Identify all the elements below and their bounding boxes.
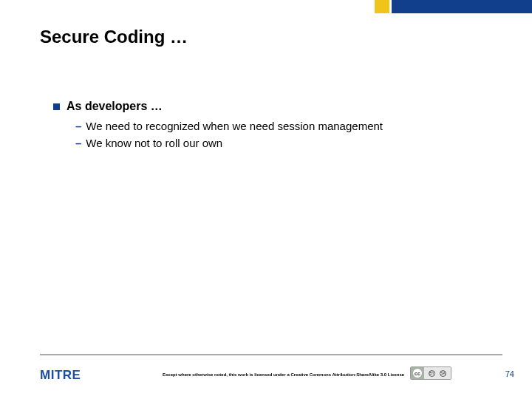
- footer-divider: [40, 354, 502, 355]
- sub-bullet-text: We need to recognized when we need sessi…: [86, 119, 383, 134]
- header-accent-bar: [375, 0, 532, 13]
- cc-by-icon: BY: [429, 370, 435, 377]
- slide-content: As developers … – We need to recognized …: [53, 100, 502, 152]
- creative-commons-badge: cc BY SA: [410, 366, 451, 380]
- main-bullet-text: As developers …: [66, 100, 163, 113]
- cc-terms-icon: BY SA: [424, 367, 451, 379]
- accent-yellow-segment: [375, 0, 389, 13]
- bullet-main: As developers …: [53, 100, 502, 113]
- slide-title: Secure Coding …: [40, 27, 188, 47]
- square-bullet-icon: [53, 103, 60, 110]
- dash-bullet-icon: –: [75, 119, 81, 134]
- sub-bullet-list: – We need to recognized when we need ses…: [75, 119, 502, 150]
- accent-blue-segment: [392, 0, 532, 13]
- page-number: 74: [505, 369, 514, 378]
- license-text: Except where otherwise noted, this work …: [163, 372, 404, 377]
- sub-bullet-text: We know not to roll our own: [86, 136, 222, 151]
- list-item: – We need to recognized when we need ses…: [75, 119, 502, 134]
- list-item: – We know not to roll our own: [75, 136, 502, 151]
- mitre-logo: MITRE: [40, 368, 81, 383]
- dash-bullet-icon: –: [75, 136, 81, 151]
- footer-divider-shadow: [40, 355, 502, 356]
- cc-sa-icon: SA: [440, 370, 446, 377]
- cc-logo-icon: cc: [411, 367, 424, 379]
